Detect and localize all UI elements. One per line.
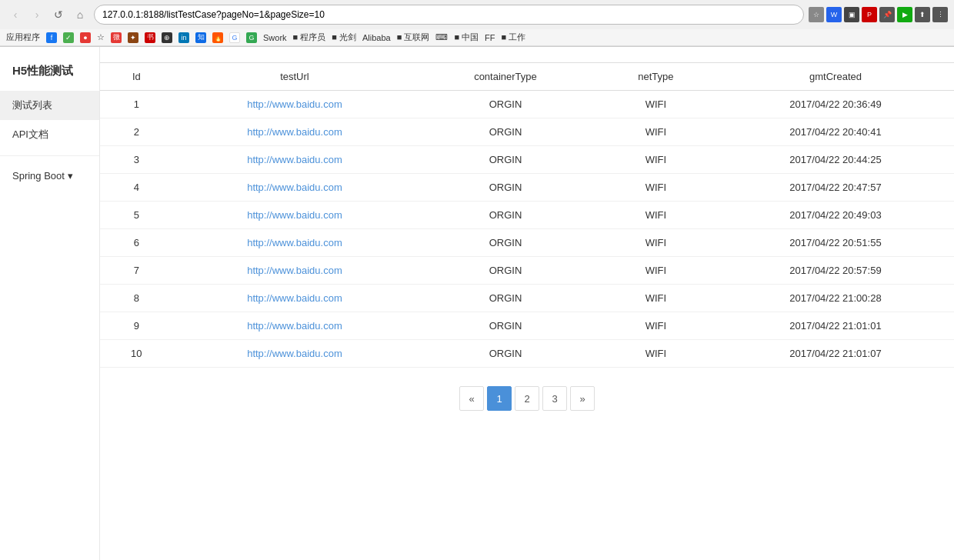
bookmark-red[interactable]: ● xyxy=(80,32,91,43)
extension-icon-1[interactable]: W xyxy=(826,7,842,22)
extension-icon-4[interactable]: 📌 xyxy=(879,7,895,22)
table-row: 4 http://www.baidu.com ORGIN WIFI 2017/0… xyxy=(100,174,954,202)
more-icon[interactable]: ⋮ xyxy=(932,7,948,22)
bookmark-zhihu[interactable]: 知 xyxy=(195,32,206,43)
pagination-next[interactable]: » xyxy=(570,386,595,411)
cell-nettype: WIFI xyxy=(595,91,717,118)
cell-gmtcreated: 2017/04/22 21:01:07 xyxy=(717,340,954,368)
bookmark-zhongguo[interactable]: ■ 中国 xyxy=(454,32,479,43)
bookmark-star[interactable]: ☆ xyxy=(97,32,105,42)
cell-nettype: WIFI xyxy=(595,340,717,368)
bookmark-diamond[interactable]: ✦ xyxy=(128,32,138,43)
bookmark-shu[interactable]: 书 xyxy=(145,32,155,43)
cell-id: 5 xyxy=(100,202,173,229)
col-header-nettype: netType xyxy=(595,63,717,91)
table-body: 1 http://www.baidu.com ORGIN WIFI 2017/0… xyxy=(100,91,954,368)
cell-testurl[interactable]: http://www.baidu.com xyxy=(173,91,417,118)
cell-id: 8 xyxy=(100,285,173,312)
bookmark-weibo[interactable]: 微 xyxy=(111,32,122,43)
cell-nettype: WIFI xyxy=(595,312,717,340)
table-row: 8 http://www.baidu.com ORGIN WIFI 2017/0… xyxy=(100,285,954,312)
cell-containertype: ORGIN xyxy=(416,202,594,229)
cell-id: 4 xyxy=(100,174,173,202)
bookmark-fire[interactable]: 🔥 xyxy=(212,32,223,43)
sidebar: H5性能测试 测试列表 API文档 Spring Boot ▾ xyxy=(0,47,100,560)
cell-containertype: ORGIN xyxy=(416,229,594,257)
bookmark-apps[interactable]: 应用程序 xyxy=(6,32,40,43)
home-button[interactable]: ⌂ xyxy=(71,5,89,24)
extension-icon-2[interactable]: ▣ xyxy=(844,7,859,22)
bookmark-check[interactable]: ✓ xyxy=(63,32,74,43)
cell-containertype: ORGIN xyxy=(416,146,594,174)
bookmark-github[interactable]: ⊕ xyxy=(162,32,172,43)
cell-id: 1 xyxy=(100,91,173,118)
cell-testurl[interactable]: http://www.baidu.com xyxy=(173,146,417,174)
cell-containertype: ORGIN xyxy=(416,174,594,202)
cell-gmtcreated: 2017/04/22 20:49:03 xyxy=(717,202,954,229)
cell-testurl[interactable]: http://www.baidu.com xyxy=(173,118,417,146)
cell-gmtcreated: 2017/04/22 20:51:55 xyxy=(717,229,954,257)
cell-nettype: WIFI xyxy=(595,285,717,312)
pagination-page-1[interactable]: 1 xyxy=(487,386,512,411)
browser-chrome: ‹ › ↺ ⌂ ☆ W ▣ P 📌 ▶ ⬆ ⋮ 应用程序 f ✓ ● ☆ 微 ✦… xyxy=(0,0,954,47)
pagination-prev[interactable]: « xyxy=(459,386,484,411)
cell-containertype: ORGIN xyxy=(416,312,594,340)
pagination-page-3[interactable]: 3 xyxy=(542,386,567,411)
spring-boot-dropdown-icon: ▾ xyxy=(68,170,73,182)
nav-buttons: ‹ › ↺ ⌂ xyxy=(6,5,89,24)
extension-icon-3[interactable]: P xyxy=(862,7,877,22)
bookmarks-bar: 应用程序 f ✓ ● ☆ 微 ✦ 书 ⊕ in 知 🔥 G G Swork ■ … xyxy=(0,29,954,46)
data-table: Id testUrl containerType netType gmtCrea… xyxy=(100,62,954,368)
back-button[interactable]: ‹ xyxy=(6,5,25,24)
cell-nettype: WIFI xyxy=(595,174,717,202)
bookmark-guangjian[interactable]: ■ 光剑 xyxy=(332,32,356,43)
share-icon[interactable]: ⬆ xyxy=(915,7,930,22)
col-header-gmtcreated: gmtCreated xyxy=(717,63,954,91)
bookmark-b[interactable]: f xyxy=(46,32,57,43)
cell-nettype: WIFI xyxy=(595,229,717,257)
cell-containertype: ORGIN xyxy=(416,257,594,285)
table-row: 7 http://www.baidu.com ORGIN WIFI 2017/0… xyxy=(100,257,954,285)
app-container: H5性能测试 测试列表 API文档 Spring Boot ▾ Id testU… xyxy=(0,47,954,560)
extension-icon-5[interactable]: ▶ xyxy=(897,7,912,22)
bookmark-swork[interactable]: Swork xyxy=(263,33,287,42)
bookmark-programmer[interactable]: ■ 程序员 xyxy=(293,32,326,43)
table-header: Id testUrl containerType netType gmtCrea… xyxy=(100,63,954,91)
bookmark-work[interactable]: ■ 工作 xyxy=(502,32,526,43)
table-header-row: Id testUrl containerType netType gmtCrea… xyxy=(100,63,954,91)
cell-testurl[interactable]: http://www.baidu.com xyxy=(173,285,417,312)
cell-gmtcreated: 2017/04/22 20:47:57 xyxy=(717,174,954,202)
cell-testurl[interactable]: http://www.baidu.com xyxy=(173,202,417,229)
bookmark-alibaba[interactable]: Alibaba xyxy=(362,33,391,42)
table-row: 3 http://www.baidu.com ORGIN WIFI 2017/0… xyxy=(100,146,954,174)
col-header-containertype: containerType xyxy=(416,63,594,91)
address-bar[interactable] xyxy=(94,5,804,25)
sidebar-item-test-list[interactable]: 测试列表 xyxy=(0,91,99,120)
bookmark-linkedin[interactable]: in xyxy=(178,32,189,43)
bookmark-code[interactable]: ⌨ xyxy=(435,32,448,42)
bookmark-hulianwang[interactable]: ■ 互联网 xyxy=(397,32,430,43)
bookmark-g2[interactable]: G xyxy=(246,32,257,43)
sidebar-item-spring-boot[interactable]: Spring Boot ▾ xyxy=(0,162,99,189)
cell-containertype: ORGIN xyxy=(416,91,594,118)
table-row: 1 http://www.baidu.com ORGIN WIFI 2017/0… xyxy=(100,91,954,118)
reload-button[interactable]: ↺ xyxy=(49,5,68,24)
cell-gmtcreated: 2017/04/22 20:36:49 xyxy=(717,91,954,118)
cell-testurl[interactable]: http://www.baidu.com xyxy=(173,229,417,257)
bookmark-google[interactable]: G xyxy=(229,32,240,43)
cell-testurl[interactable]: http://www.baidu.com xyxy=(173,340,417,368)
pagination-page-2[interactable]: 2 xyxy=(515,386,539,411)
bookmark-star-icon[interactable]: ☆ xyxy=(809,7,824,22)
cell-testurl[interactable]: http://www.baidu.com xyxy=(173,312,417,340)
sidebar-item-api-docs[interactable]: API文档 xyxy=(0,120,99,149)
cell-id: 2 xyxy=(100,118,173,146)
cell-gmtcreated: 2017/04/22 20:40:41 xyxy=(717,118,954,146)
table-row: 6 http://www.baidu.com ORGIN WIFI 2017/0… xyxy=(100,229,954,257)
cell-testurl[interactable]: http://www.baidu.com xyxy=(173,174,417,202)
spring-boot-label: Spring Boot xyxy=(12,170,65,182)
table-row: 9 http://www.baidu.com ORGIN WIFI 2017/0… xyxy=(100,312,954,340)
cell-testurl[interactable]: http://www.baidu.com xyxy=(173,257,417,285)
forward-button[interactable]: › xyxy=(28,5,46,24)
bookmark-ff[interactable]: FF xyxy=(485,33,495,42)
app-title: H5性能测试 xyxy=(0,55,99,91)
